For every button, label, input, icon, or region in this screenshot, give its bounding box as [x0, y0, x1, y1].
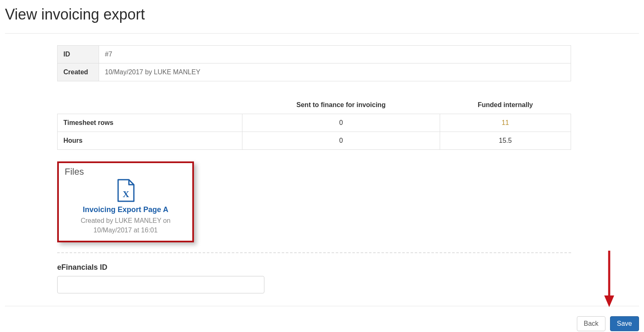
- divider: [5, 33, 639, 34]
- detail-row-id: ID #7: [58, 46, 571, 63]
- detail-id-value: #7: [99, 46, 571, 63]
- file-name-link[interactable]: Invoicing Export Page A: [65, 205, 186, 214]
- files-card: Files X Invoicing Export Page A Created …: [57, 161, 194, 242]
- svg-text:X: X: [123, 189, 129, 199]
- file-meta: Created by LUKE MANLEY on 10/May/2017 at…: [65, 216, 186, 235]
- stats-row-funded: 15.5: [440, 132, 571, 150]
- efinancials-input[interactable]: [57, 276, 264, 293]
- stats-col-sent: Sent to finance for invoicing: [242, 96, 440, 114]
- detail-row-created: Created 10/May/2017 by LUKE MANLEY: [58, 63, 571, 81]
- svg-marker-2: [604, 295, 614, 307]
- table-row: Hours 0 15.5: [58, 132, 571, 150]
- excel-file-icon[interactable]: X: [65, 179, 186, 204]
- stats-table: Sent to finance for invoicing Funded int…: [57, 96, 571, 150]
- annotation-arrow-icon: [603, 249, 615, 309]
- stats-row-sent: 0: [242, 114, 440, 132]
- details-table: ID #7 Created 10/May/2017 by LUKE MANLEY: [57, 45, 571, 81]
- save-button[interactable]: Save: [610, 316, 639, 331]
- efinancials-group: eFinancials ID: [57, 263, 571, 293]
- efinancials-label: eFinancials ID: [57, 263, 571, 272]
- back-button[interactable]: Back: [577, 316, 606, 331]
- table-row: Timesheet rows 0 11: [58, 114, 571, 132]
- files-heading: Files: [65, 166, 186, 177]
- stats-row-label: Timesheet rows: [58, 114, 242, 132]
- stats-col-funded: Funded internally: [440, 96, 571, 114]
- stats-row-funded[interactable]: 11: [440, 114, 571, 132]
- stats-col-blank: [58, 96, 242, 114]
- detail-created-value: 10/May/2017 by LUKE MANLEY: [99, 63, 571, 81]
- page-title: View invoicing export: [5, 6, 639, 23]
- stats-row-sent: 0: [242, 132, 440, 150]
- detail-id-label: ID: [58, 46, 99, 63]
- detail-created-label: Created: [58, 63, 99, 81]
- stats-row-label: Hours: [58, 132, 242, 150]
